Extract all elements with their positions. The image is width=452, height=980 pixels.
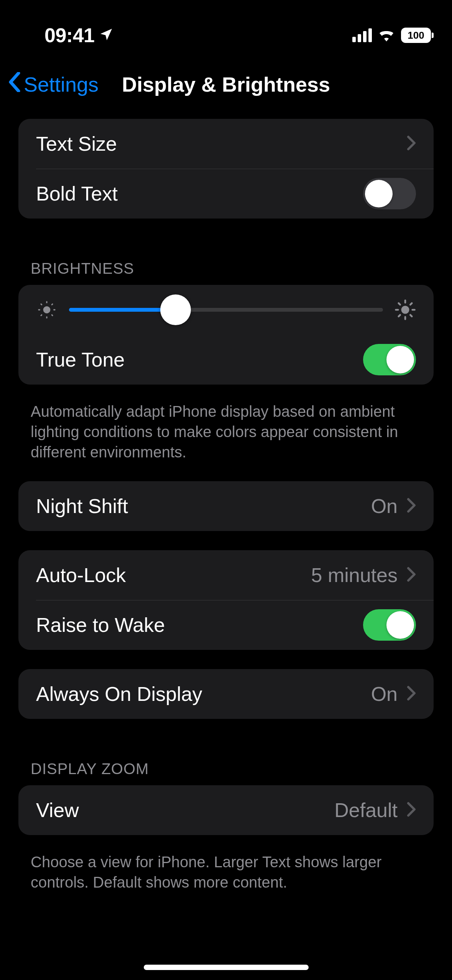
svg-line-5 [41, 304, 42, 305]
home-indicator[interactable] [144, 965, 309, 970]
sun-max-icon [394, 299, 416, 321]
status-bar: 09:41 100 [0, 0, 452, 58]
raise-to-wake-row: Raise to Wake [18, 600, 434, 650]
chevron-right-icon [407, 567, 416, 584]
status-time: 09:41 [44, 24, 95, 47]
night-shift-row[interactable]: Night Shift On [18, 481, 434, 531]
display-zoom-footer: Choose a view for iPhone. Larger Text sh… [18, 844, 434, 896]
brightness-group: True Tone [18, 285, 434, 385]
page-title: Display & Brightness [122, 72, 330, 96]
wifi-icon [377, 28, 396, 43]
sun-min-icon [36, 299, 58, 321]
true-tone-footer: Automatically adapt iPhone display based… [18, 393, 434, 466]
display-zoom-header: Display Zoom [18, 738, 434, 785]
text-size-label: Text Size [36, 132, 117, 155]
text-size-row[interactable]: Text Size [18, 119, 434, 169]
raise-to-wake-label: Raise to Wake [36, 613, 165, 636]
chevron-right-icon [407, 498, 416, 515]
status-left: 09:41 [18, 24, 114, 47]
brightness-slider-row [18, 285, 434, 335]
svg-point-9 [401, 306, 409, 314]
svg-line-17 [410, 303, 412, 305]
chevron-right-icon [407, 686, 416, 702]
view-label: View [36, 799, 79, 822]
svg-line-14 [399, 303, 400, 305]
battery-icon: 100 [401, 28, 434, 43]
brightness-slider[interactable] [69, 308, 383, 312]
display-zoom-group: View Default [18, 785, 434, 835]
true-tone-row: True Tone [18, 335, 434, 385]
nav-header: Settings Display & Brightness [0, 58, 452, 111]
view-value: Default [334, 799, 398, 822]
aod-value: On [371, 682, 398, 705]
night-shift-group: Night Shift On [18, 481, 434, 531]
true-tone-label: True Tone [36, 348, 125, 371]
aod-group: Always On Display On [18, 669, 434, 719]
battery-level: 100 [408, 30, 424, 41]
chevron-right-icon [407, 802, 416, 819]
text-group: Text Size Bold Text [18, 119, 434, 219]
auto-lock-value: 5 minutes [311, 564, 398, 587]
svg-point-0 [43, 306, 51, 314]
svg-line-6 [52, 315, 53, 316]
chevron-right-icon [407, 135, 416, 152]
svg-line-15 [410, 315, 412, 316]
bold-text-toggle[interactable] [363, 178, 416, 209]
always-on-display-row[interactable]: Always On Display On [18, 669, 434, 719]
auto-lock-row[interactable]: Auto-Lock 5 minutes [18, 550, 434, 600]
bold-text-row: Bold Text [18, 169, 434, 219]
cellular-signal-icon [352, 28, 372, 42]
svg-line-16 [399, 315, 400, 316]
bold-text-label: Bold Text [36, 182, 118, 205]
status-right: 100 [352, 28, 434, 43]
location-icon [99, 24, 114, 47]
chevron-left-icon [8, 72, 21, 97]
back-label: Settings [24, 72, 99, 96]
svg-line-8 [52, 304, 53, 305]
lock-group: Auto-Lock 5 minutes Raise to Wake [18, 550, 434, 650]
aod-label: Always On Display [36, 682, 202, 705]
night-shift-label: Night Shift [36, 495, 128, 518]
svg-line-7 [41, 315, 42, 316]
true-tone-toggle[interactable] [363, 344, 416, 375]
back-button[interactable]: Settings [8, 72, 99, 97]
raise-to-wake-toggle[interactable] [363, 609, 416, 641]
auto-lock-label: Auto-Lock [36, 564, 126, 587]
brightness-header: Brightness [18, 238, 434, 285]
night-shift-value: On [371, 495, 398, 518]
view-row[interactable]: View Default [18, 785, 434, 835]
